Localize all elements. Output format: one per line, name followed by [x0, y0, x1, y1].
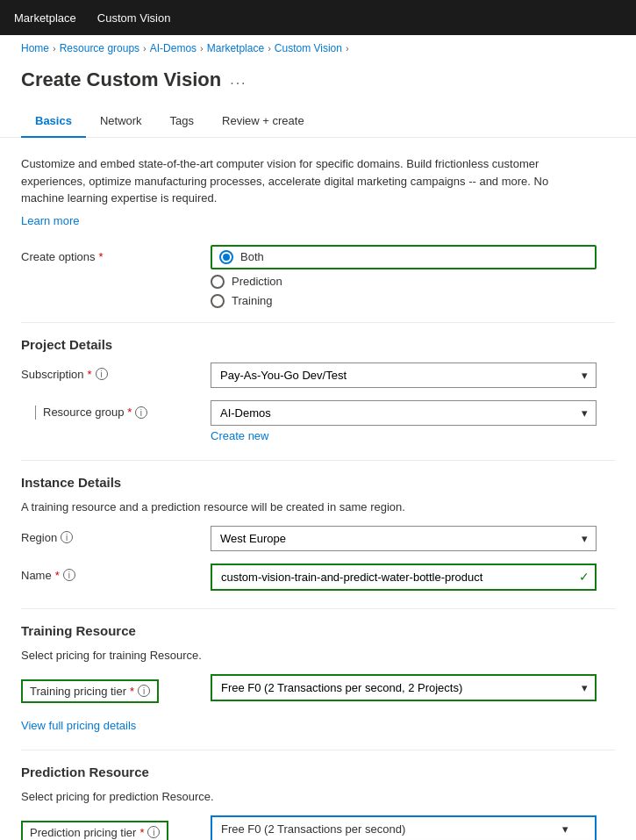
training-pricing-row: Training pricing tier * i Free F0 (2 Tra…	[21, 674, 615, 703]
instance-details-section: Instance Details A training resource and…	[21, 475, 615, 591]
name-checkmark-icon: ✓	[579, 570, 590, 584]
ellipsis-button[interactable]: ...	[230, 72, 247, 88]
radio-circle-both	[219, 250, 233, 264]
subscription-info-icon[interactable]: i	[96, 368, 108, 380]
name-label: Name * i	[21, 564, 197, 582]
create-options-label: Create options *	[21, 245, 197, 263]
prediction-pricing-selected[interactable]: Free F0 (2 Transactions per second)	[211, 815, 597, 841]
region-info-icon[interactable]: i	[61, 531, 73, 543]
content-area: Customize and embed state-of-the-art com…	[0, 138, 636, 840]
training-view-pricing-link[interactable]: View full pricing details	[21, 719, 136, 732]
training-resource-section: Training Resource Select pricing for tra…	[21, 623, 615, 732]
prediction-pricing-info-icon[interactable]: i	[147, 826, 160, 838]
create-options-control: Both Prediction Training	[211, 245, 597, 308]
project-details-title: Project Details	[21, 337, 615, 352]
divider-2	[21, 460, 615, 461]
training-resource-subtitle: Select pricing for training Resource.	[21, 649, 615, 662]
tab-review-create[interactable]: Review + create	[208, 105, 318, 138]
radio-label-training: Training	[232, 294, 272, 307]
name-input-wrapper: ✓	[211, 564, 597, 591]
instance-details-title: Instance Details	[21, 475, 615, 490]
tab-tags[interactable]: Tags	[156, 105, 208, 138]
breadcrumb-ai-demos[interactable]: AI-Demos	[150, 42, 197, 54]
radio-training[interactable]: Training	[211, 294, 597, 308]
prediction-pricing-label-area: Prediction pricing tier * i	[21, 815, 197, 841]
subscription-row: Subscription * i Pay-As-You-Go Dev/Test	[21, 363, 615, 388]
radio-label-prediction: Prediction	[232, 275, 282, 288]
radio-group: Both Prediction Training	[211, 245, 597, 308]
breadcrumb: Home › Resource groups › AI-Demos › Mark…	[0, 35, 636, 61]
resource-group-select[interactable]: AI-Demos	[211, 400, 597, 426]
radio-circle-training	[211, 294, 225, 308]
prediction-pricing-row: Prediction pricing tier * i Free F0 (2 T…	[21, 815, 615, 841]
subscription-dropdown-wrapper: Pay-As-You-Go Dev/Test	[211, 363, 597, 388]
prediction-pricing-dropdown-wrapper: Free F0 (2 Transactions per second) Free…	[211, 815, 597, 841]
prediction-pricing-label-box: Prediction pricing tier * i	[21, 821, 168, 841]
page-title-bar: Create Custom Vision ...	[0, 61, 636, 105]
training-pricing-select[interactable]: Free F0 (2 Transactions per second, 2 Pr…	[211, 674, 597, 701]
name-row: Name * i ✓	[21, 564, 615, 591]
tab-basics[interactable]: Basics	[21, 105, 86, 138]
prediction-resource-section: Prediction Resource Select pricing for p…	[21, 765, 615, 841]
tab-bar: Basics Network Tags Review + create	[0, 105, 636, 138]
radio-circle-prediction	[211, 275, 225, 289]
resource-group-label: Resource group * i	[43, 406, 147, 420]
prediction-resource-subtitle: Select pricing for prediction Resource.	[21, 790, 615, 803]
breadcrumb-resource-groups[interactable]: Resource groups	[60, 42, 139, 54]
subscription-label: Subscription * i	[21, 363, 197, 381]
divider-1	[21, 322, 615, 323]
region-label: Region i	[21, 526, 197, 544]
divider-3	[21, 608, 615, 609]
custom-vision-nav[interactable]: Custom Vision	[97, 11, 171, 25]
radio-both[interactable]: Both	[211, 245, 597, 269]
resource-group-row: Resource group * i AI-Demos Create new	[21, 400, 615, 442]
subscription-select[interactable]: Pay-As-You-Go Dev/Test	[211, 363, 597, 388]
description-text: Customize and embed state-of-the-art com…	[21, 155, 591, 207]
radio-prediction[interactable]: Prediction	[211, 275, 597, 289]
top-bar: Marketplace Custom Vision	[0, 0, 636, 35]
create-new-link[interactable]: Create new	[211, 429, 268, 442]
radio-label-both: Both	[240, 250, 264, 263]
learn-more-link[interactable]: Learn more	[21, 214, 79, 227]
resource-group-control: AI-Demos Create new	[211, 400, 597, 442]
name-info-icon[interactable]: i	[63, 569, 75, 581]
name-input[interactable]	[211, 564, 597, 591]
breadcrumb-home[interactable]: Home	[21, 42, 49, 54]
resource-group-dropdown-wrapper: AI-Demos	[211, 400, 597, 426]
marketplace-nav[interactable]: Marketplace	[14, 11, 76, 25]
training-pricing-info-icon[interactable]: i	[138, 685, 150, 697]
training-pricing-dropdown-wrapper: Free F0 (2 Transactions per second, 2 Pr…	[211, 674, 597, 701]
resource-group-info-icon[interactable]: i	[135, 406, 147, 419]
divider-4	[21, 750, 615, 750]
prediction-resource-title: Prediction Resource	[21, 765, 615, 779]
training-pricing-label-box: Training pricing tier * i	[21, 679, 159, 703]
resource-group-label-container: Resource group * i	[21, 400, 197, 420]
region-select[interactable]: West Europe	[211, 526, 597, 551]
training-pricing-label-area: Training pricing tier * i	[21, 674, 197, 703]
project-details-section: Project Details Subscription * i Pay-As-…	[21, 337, 615, 442]
region-row: Region i West Europe	[21, 526, 615, 551]
region-dropdown-wrapper: West Europe	[211, 526, 597, 551]
breadcrumb-marketplace[interactable]: Marketplace	[207, 42, 264, 54]
training-resource-title: Training Resource	[21, 623, 615, 638]
create-options-row: Create options * Both Prediction	[21, 245, 615, 308]
tab-network[interactable]: Network	[86, 105, 156, 138]
page-title: Create Custom Vision	[21, 68, 221, 91]
breadcrumb-custom-vision[interactable]: Custom Vision	[275, 42, 342, 54]
instance-details-subtitle: A training resource and a prediction res…	[21, 500, 615, 513]
